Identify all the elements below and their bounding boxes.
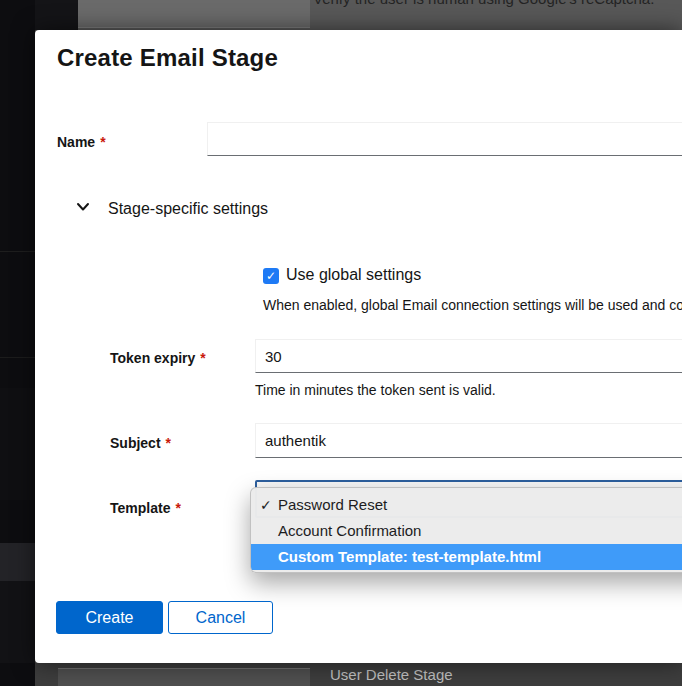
background-page-bottom: User Delete Stage — [0, 663, 682, 686]
background-page-top: Verify the user is human using Google's … — [0, 0, 682, 30]
menu-item-account-confirmation[interactable]: Account Confirmation — [251, 518, 682, 544]
background-table-cell — [78, 0, 310, 28]
required-asterisk: * — [166, 435, 171, 451]
template-label-text: Template — [110, 500, 170, 516]
required-asterisk: * — [100, 134, 105, 150]
menu-item-label: Custom Template: test-template.html — [278, 548, 541, 565]
background-table-cell — [58, 668, 310, 686]
required-asterisk: * — [175, 500, 180, 516]
modal-title: Create Email Stage — [57, 44, 278, 72]
use-global-settings-help: When enabled, global Email connection se… — [263, 297, 682, 313]
use-global-settings-label[interactable]: Use global settings — [286, 266, 421, 284]
template-field-label: Template* — [110, 499, 181, 517]
checkbox-check-icon: ✓ — [266, 269, 276, 283]
chevron-down-icon[interactable] — [76, 202, 90, 212]
menu-item-password-reset[interactable]: ✓ Password Reset — [251, 492, 682, 518]
sidebar-section — [0, 388, 35, 500]
background-sidebar — [0, 663, 35, 686]
use-global-settings-checkbox[interactable]: ✓ — [263, 268, 279, 284]
token-expiry-help: Time in minutes the token sent is valid. — [255, 382, 496, 398]
name-input[interactable] — [207, 122, 682, 156]
background-row-description: Verify the user is human using Google's … — [313, 0, 654, 7]
token-expiry-input[interactable] — [255, 339, 682, 373]
name-label-text: Name — [57, 134, 95, 150]
selected-check-icon: ✓ — [260, 492, 272, 518]
subject-input[interactable] — [255, 423, 682, 458]
required-asterisk: * — [200, 350, 205, 366]
sidebar-item-highlight — [0, 543, 35, 581]
menu-item-label: Account Confirmation — [278, 522, 421, 539]
cancel-button[interactable]: Cancel — [168, 601, 273, 634]
create-email-stage-modal: Create Email Stage Name* Stage-specific … — [35, 30, 682, 663]
background-row-label: User Delete Stage — [330, 666, 453, 683]
create-button[interactable]: Create — [56, 601, 163, 634]
menu-item-label: Password Reset — [278, 496, 387, 513]
sidebar-divider — [0, 357, 35, 358]
name-field-label: Name* — [57, 133, 106, 151]
menu-item-custom-template[interactable]: Custom Template: test-template.html — [251, 544, 682, 570]
section-toggle-stage-specific-settings[interactable]: Stage-specific settings — [108, 200, 268, 218]
app-sidebar — [0, 0, 35, 686]
subject-label-text: Subject — [110, 435, 161, 451]
token-expiry-label-text: Token expiry — [110, 350, 195, 366]
sidebar-divider — [0, 251, 35, 252]
template-dropdown-menu: ✓ Password Reset Account Confirmation Cu… — [250, 487, 682, 573]
sidebar-section — [0, 581, 35, 663]
background-sidebar — [28, 0, 78, 30]
token-expiry-field-label: Token expiry* — [110, 349, 206, 367]
subject-field-label: Subject* — [110, 434, 171, 452]
